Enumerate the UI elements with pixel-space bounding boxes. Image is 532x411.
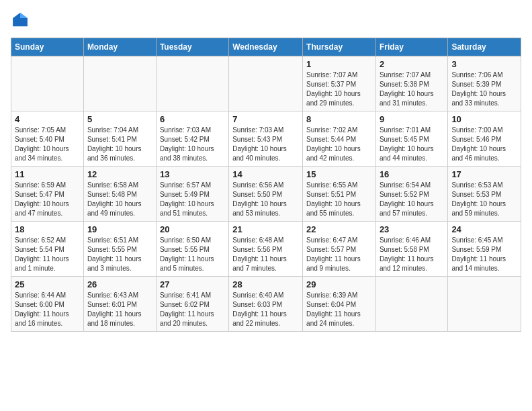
calendar-cell: 27Sunrise: 6:41 AM Sunset: 6:02 PM Dayli… xyxy=(156,277,228,332)
day-number: 12 xyxy=(87,169,152,179)
day-number: 19 xyxy=(87,224,152,234)
calendar-cell: 24Sunrise: 6:45 AM Sunset: 5:59 PM Dayli… xyxy=(448,222,521,277)
calendar-cell: 25Sunrise: 6:44 AM Sunset: 6:00 PM Dayli… xyxy=(11,277,84,332)
header-sunday: Sunday xyxy=(11,38,84,56)
day-detail: Sunrise: 6:50 AM Sunset: 5:55 PM Dayligh… xyxy=(160,236,225,273)
calendar-table: SundayMondayTuesdayWednesdayThursdayFrid… xyxy=(11,38,521,332)
calendar-cell: 20Sunrise: 6:50 AM Sunset: 5:55 PM Dayli… xyxy=(156,222,228,277)
day-detail: Sunrise: 6:41 AM Sunset: 6:02 PM Dayligh… xyxy=(160,291,225,328)
day-detail: Sunrise: 6:53 AM Sunset: 5:53 PM Dayligh… xyxy=(451,181,517,218)
calendar-cell: 17Sunrise: 6:53 AM Sunset: 5:53 PM Dayli… xyxy=(448,167,521,222)
day-number: 14 xyxy=(232,169,299,179)
calendar-cell: 21Sunrise: 6:48 AM Sunset: 5:56 PM Dayli… xyxy=(229,222,303,277)
calendar-cell xyxy=(83,56,156,111)
week-row-2: 4Sunrise: 7:05 AM Sunset: 5:40 PM Daylig… xyxy=(11,111,521,167)
day-detail: Sunrise: 6:55 AM Sunset: 5:51 PM Dayligh… xyxy=(306,181,372,218)
day-number: 16 xyxy=(380,169,444,179)
calendar-cell: 2Sunrise: 7:07 AM Sunset: 5:38 PM Daylig… xyxy=(375,56,447,111)
day-detail: Sunrise: 7:07 AM Sunset: 5:38 PM Dayligh… xyxy=(380,71,444,108)
day-number: 13 xyxy=(160,169,225,179)
day-number: 21 xyxy=(232,224,299,234)
day-number: 15 xyxy=(306,169,372,179)
day-number: 24 xyxy=(451,224,517,234)
day-number: 9 xyxy=(380,114,444,124)
day-number: 22 xyxy=(306,224,372,234)
svg-marker-1 xyxy=(20,13,28,18)
calendar-cell: 22Sunrise: 6:47 AM Sunset: 5:57 PM Dayli… xyxy=(303,222,376,277)
day-detail: Sunrise: 7:01 AM Sunset: 5:45 PM Dayligh… xyxy=(380,126,444,163)
header-wednesday: Wednesday xyxy=(229,38,303,56)
calendar-cell: 10Sunrise: 7:00 AM Sunset: 5:46 PM Dayli… xyxy=(448,111,521,167)
calendar-cell: 1Sunrise: 7:07 AM Sunset: 5:37 PM Daylig… xyxy=(303,56,376,111)
calendar-cell: 3Sunrise: 7:06 AM Sunset: 5:39 PM Daylig… xyxy=(448,56,521,111)
day-detail: Sunrise: 6:40 AM Sunset: 6:03 PM Dayligh… xyxy=(232,291,299,328)
calendar-cell: 18Sunrise: 6:52 AM Sunset: 5:54 PM Dayli… xyxy=(11,222,84,277)
header-saturday: Saturday xyxy=(448,38,521,56)
calendar-cell: 4Sunrise: 7:05 AM Sunset: 5:40 PM Daylig… xyxy=(11,111,84,167)
calendar-cell: 5Sunrise: 7:04 AM Sunset: 5:41 PM Daylig… xyxy=(83,111,156,167)
day-detail: Sunrise: 6:44 AM Sunset: 6:00 PM Dayligh… xyxy=(15,291,80,328)
calendar-cell xyxy=(156,56,228,111)
day-number: 18 xyxy=(15,224,80,234)
day-detail: Sunrise: 6:58 AM Sunset: 5:48 PM Dayligh… xyxy=(87,181,152,218)
calendar-cell xyxy=(11,56,84,111)
day-number: 6 xyxy=(160,114,225,124)
day-number: 17 xyxy=(451,169,517,179)
day-number: 1 xyxy=(306,59,372,69)
header-thursday: Thursday xyxy=(303,38,376,56)
day-number: 11 xyxy=(15,169,80,179)
day-detail: Sunrise: 6:48 AM Sunset: 5:56 PM Dayligh… xyxy=(232,236,299,273)
week-row-4: 18Sunrise: 6:52 AM Sunset: 5:54 PM Dayli… xyxy=(11,222,521,277)
day-detail: Sunrise: 6:59 AM Sunset: 5:47 PM Dayligh… xyxy=(15,181,80,218)
day-number: 4 xyxy=(15,114,80,124)
week-row-1: 1Sunrise: 7:07 AM Sunset: 5:37 PM Daylig… xyxy=(11,56,521,111)
day-detail: Sunrise: 6:39 AM Sunset: 6:04 PM Dayligh… xyxy=(306,291,372,328)
day-detail: Sunrise: 6:51 AM Sunset: 5:55 PM Dayligh… xyxy=(87,236,152,273)
day-number: 5 xyxy=(87,114,152,124)
day-number: 7 xyxy=(232,114,299,124)
calendar-cell: 14Sunrise: 6:56 AM Sunset: 5:50 PM Dayli… xyxy=(229,167,303,222)
day-detail: Sunrise: 6:46 AM Sunset: 5:58 PM Dayligh… xyxy=(380,236,444,273)
day-number: 28 xyxy=(232,279,299,289)
calendar-cell xyxy=(229,56,303,111)
calendar-cell xyxy=(448,277,521,332)
calendar-cell: 9Sunrise: 7:01 AM Sunset: 5:45 PM Daylig… xyxy=(375,111,447,167)
week-row-3: 11Sunrise: 6:59 AM Sunset: 5:47 PM Dayli… xyxy=(11,167,521,222)
day-detail: Sunrise: 6:47 AM Sunset: 5:57 PM Dayligh… xyxy=(306,236,372,273)
calendar-header-row: SundayMondayTuesdayWednesdayThursdayFrid… xyxy=(11,38,521,56)
day-detail: Sunrise: 7:02 AM Sunset: 5:44 PM Dayligh… xyxy=(306,126,372,163)
calendar-cell: 28Sunrise: 6:40 AM Sunset: 6:03 PM Dayli… xyxy=(229,277,303,332)
calendar-cell xyxy=(375,277,447,332)
calendar-cell: 29Sunrise: 6:39 AM Sunset: 6:04 PM Dayli… xyxy=(303,277,376,332)
day-detail: Sunrise: 7:04 AM Sunset: 5:41 PM Dayligh… xyxy=(87,126,152,163)
calendar-cell: 15Sunrise: 6:55 AM Sunset: 5:51 PM Dayli… xyxy=(303,167,376,222)
logo-icon xyxy=(11,11,30,30)
day-number: 20 xyxy=(160,224,225,234)
header-tuesday: Tuesday xyxy=(156,38,228,56)
day-number: 10 xyxy=(451,114,517,124)
header-monday: Monday xyxy=(83,38,156,56)
day-detail: Sunrise: 7:03 AM Sunset: 5:42 PM Dayligh… xyxy=(160,126,225,163)
day-detail: Sunrise: 6:57 AM Sunset: 5:49 PM Dayligh… xyxy=(160,181,225,218)
day-number: 25 xyxy=(15,279,80,289)
day-detail: Sunrise: 7:03 AM Sunset: 5:43 PM Dayligh… xyxy=(232,126,299,163)
day-detail: Sunrise: 7:06 AM Sunset: 5:39 PM Dayligh… xyxy=(451,71,517,108)
calendar-cell: 16Sunrise: 6:54 AM Sunset: 5:52 PM Dayli… xyxy=(375,167,447,222)
header-friday: Friday xyxy=(375,38,447,56)
day-detail: Sunrise: 7:05 AM Sunset: 5:40 PM Dayligh… xyxy=(15,126,80,163)
day-number: 2 xyxy=(380,59,444,69)
day-number: 29 xyxy=(306,279,372,289)
day-number: 3 xyxy=(451,59,517,69)
calendar-cell: 11Sunrise: 6:59 AM Sunset: 5:47 PM Dayli… xyxy=(11,167,84,222)
calendar-cell: 6Sunrise: 7:03 AM Sunset: 5:42 PM Daylig… xyxy=(156,111,228,167)
page-header xyxy=(11,11,521,30)
calendar-cell: 7Sunrise: 7:03 AM Sunset: 5:43 PM Daylig… xyxy=(229,111,303,167)
calendar-cell: 12Sunrise: 6:58 AM Sunset: 5:48 PM Dayli… xyxy=(83,167,156,222)
calendar-cell: 19Sunrise: 6:51 AM Sunset: 5:55 PM Dayli… xyxy=(83,222,156,277)
day-detail: Sunrise: 7:00 AM Sunset: 5:46 PM Dayligh… xyxy=(451,126,517,163)
calendar-cell: 23Sunrise: 6:46 AM Sunset: 5:58 PM Dayli… xyxy=(375,222,447,277)
day-detail: Sunrise: 6:54 AM Sunset: 5:52 PM Dayligh… xyxy=(380,181,444,218)
day-number: 27 xyxy=(160,279,225,289)
day-detail: Sunrise: 7:07 AM Sunset: 5:37 PM Dayligh… xyxy=(306,71,372,108)
week-row-5: 25Sunrise: 6:44 AM Sunset: 6:00 PM Dayli… xyxy=(11,277,521,332)
